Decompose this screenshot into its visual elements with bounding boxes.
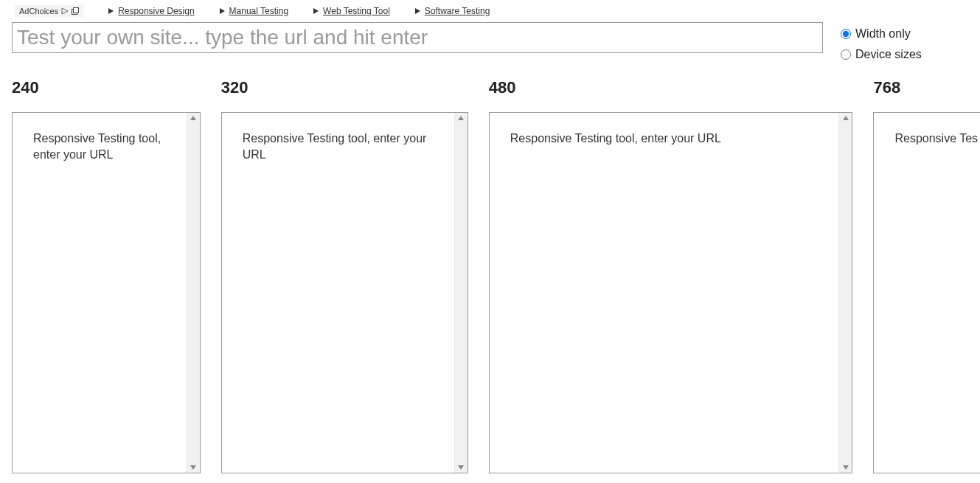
scroll-up-icon	[843, 116, 849, 120]
scroll-up-icon	[458, 116, 464, 120]
preview-width-label: 480	[489, 78, 853, 97]
preview-frame-content: Responsive Tes	[874, 113, 980, 473]
preview-width-label: 240	[12, 78, 201, 97]
ad-link-label: Responsive Design	[118, 6, 194, 16]
preview-frame-content: Responsive Testing tool, enter your URL	[13, 113, 187, 473]
ad-link-manual-testing[interactable]: Manual Testing	[220, 6, 289, 16]
radio-label: Device sizes	[855, 46, 922, 63]
preview-frame-320: Responsive Testing tool, enter your URL	[221, 112, 468, 473]
ad-link-label: Manual Testing	[229, 6, 289, 16]
ad-bar: AdChoices Responsive Design Manual Testi…	[12, 6, 968, 22]
ad-link-responsive-design[interactable]: Responsive Design	[108, 6, 194, 16]
frames-row: 240 Responsive Testing tool, enter your …	[12, 78, 980, 473]
ad-link-label: Web Testing Tool	[323, 6, 390, 16]
preview-frame-240: Responsive Testing tool, enter your URL	[12, 112, 201, 473]
top-controls-row: Width only Device sizes	[12, 22, 968, 66]
preview-frame-480: Responsive Testing tool, enter your URL	[489, 112, 853, 473]
preview-frame-content: Responsive Testing tool, enter your URL	[222, 113, 454, 473]
scroll-down-icon	[190, 465, 196, 470]
radio-input-device-sizes[interactable]	[841, 49, 851, 60]
scroll-down-icon	[843, 465, 849, 470]
preview-width-label: 320	[221, 78, 468, 97]
preview-frame-768: Responsive Tes	[873, 112, 980, 473]
preview-width-label: 768	[873, 78, 980, 97]
radio-label: Width only	[855, 25, 911, 43]
preview-scrollbar[interactable]	[454, 113, 468, 473]
popout-icon	[72, 7, 79, 15]
scroll-down-icon	[458, 465, 464, 470]
radio-device-sizes[interactable]: Device sizes	[841, 46, 922, 63]
adchoices-badge[interactable]: AdChoices	[15, 5, 83, 17]
preview-block-240: 240 Responsive Testing tool, enter your …	[12, 78, 201, 473]
url-input[interactable]	[12, 22, 823, 53]
play-icon	[313, 8, 319, 14]
play-icon	[108, 8, 114, 14]
radio-input-width-only[interactable]	[841, 29, 851, 39]
preview-frame-content: Responsive Testing tool, enter your URL	[490, 113, 839, 473]
preview-block-320: 320 Responsive Testing tool, enter your …	[221, 78, 468, 473]
ad-link-web-testing-tool[interactable]: Web Testing Tool	[313, 6, 390, 16]
scroll-up-icon	[190, 116, 196, 120]
preview-scrollbar[interactable]	[838, 113, 852, 473]
preview-block-768: 768 Responsive Tes	[873, 78, 980, 473]
play-icon	[220, 8, 225, 14]
preview-block-480: 480 Responsive Testing tool, enter your …	[489, 78, 853, 473]
play-icon	[415, 8, 420, 14]
ad-link-software-testing[interactable]: Software Testing	[415, 6, 490, 16]
ad-link-label: Software Testing	[425, 6, 490, 16]
adchoices-icon	[61, 7, 69, 15]
adchoices-label: AdChoices	[19, 7, 58, 15]
preview-scrollbar[interactable]	[187, 113, 200, 473]
radio-width-only[interactable]: Width only	[841, 25, 922, 43]
mode-radio-group: Width only Device sizes	[841, 22, 922, 66]
svg-rect-1	[74, 8, 79, 13]
